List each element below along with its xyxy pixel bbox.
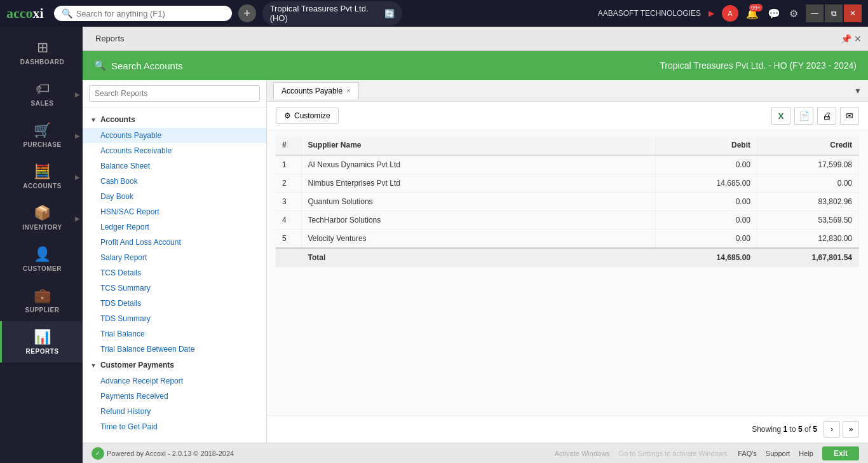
report-search-input[interactable] [89,85,260,102]
report-item-accounts-receivable[interactable]: Accounts Receivable [83,143,266,158]
report-item-profit-loss[interactable]: Profit And Loss Account [83,235,266,250]
refresh-icon[interactable]: 🔄 [384,9,395,18]
cell-num: 3 [276,193,301,211]
reports-icon: 📊 [34,329,51,345]
faq-link[interactable]: FAQ's [738,450,757,457]
sales-icon: 🏷 [36,81,50,97]
report-item-balance-sheet[interactable]: Balance Sheet [83,158,266,174]
table-row: 5 Velocity Ventures 0.00 12,830.00 [276,230,859,249]
report-item-tds-details[interactable]: TDS Details [83,296,266,311]
report-item-payments-received[interactable]: Payments Received [83,389,266,404]
report-item-tcs-details[interactable]: TCS Details [83,265,266,280]
sidebar-label-supplier: SUPPLIER [25,307,59,314]
next-page-button[interactable]: › [824,421,840,438]
page-range-start: 1 [783,425,788,434]
export-excel-button[interactable]: X [771,107,790,125]
sidebar-item-inventory[interactable]: 📦 INVENTORY ▶ [0,197,83,238]
sidebar: ⊞ DASHBOARD 🏷 SALES ▶ 🛒 PURCHASE ▶ 🧮 ACC… [0,27,83,463]
report-item-accounts-payable[interactable]: Accounts Payable [83,128,266,143]
customer-payments-section-header[interactable]: ▼ Customer Payments [83,357,266,373]
tab-label: Accounts Payable [281,86,342,95]
notification-bell[interactable]: 🔔 99+ [746,8,759,20]
report-item-hsn-sac[interactable]: HSN/SAC Report [83,204,266,219]
report-item-salary[interactable]: Salary Report [83,250,266,265]
table-row: 3 Quantum Solutions 0.00 83,802.96 [276,193,859,211]
table-row: 2 Nimbus Enterprises Pvt Ltd 14,685.00 0… [276,174,859,193]
last-page-button[interactable]: » [843,421,859,438]
company-selector[interactable]: Tropical Treasures Pvt Ltd.(HO) 🔄 [262,1,402,25]
email-icon: ✉ [846,111,853,121]
report-item-day-book[interactable]: Day Book [83,189,266,204]
sidebar-item-accounts[interactable]: 🧮 ACCOUNTS ▶ [0,156,83,197]
search-icon: 🔍 [62,8,72,18]
reports-tab-header: Reports 📌 ✕ [83,27,868,51]
sidebar-item-sales[interactable]: 🏷 SALES ▶ [0,73,83,114]
report-search-area[interactable] [83,80,266,107]
window-controls: — ⧉ ✕ [806,4,862,22]
global-search-bar[interactable]: 🔍 [54,6,232,21]
cell-credit: 17,599.08 [757,155,859,174]
support-link[interactable]: Support [766,450,790,457]
tab-dropdown-icon[interactable]: ▼ [854,86,862,95]
cell-debit: 0.00 [656,193,757,211]
footer-powered-by: Powered by Accoxi - 2.0.13 © 2018-2024 [107,450,234,457]
cell-num: 5 [276,230,301,249]
settings-icon[interactable]: ⚙ [789,8,798,20]
report-item-trial-balance[interactable]: Trial Balance [83,326,266,342]
report-item-refund-history[interactable]: Refund History [83,404,266,419]
exit-button[interactable]: Exit [822,446,859,460]
chevron-right-icon: ▶ [75,132,80,139]
export-pdf-button[interactable]: 📄 [794,107,813,125]
report-item-tcs-summary[interactable]: TCS Summary [83,280,266,296]
total-empty [276,248,301,267]
help-link[interactable]: Help [799,450,813,457]
top-right-controls: AABASOFT TECHNOLOGIES ▶ A 🔔 99+ 💬 ⚙ — ⧉ … [598,4,862,22]
chevron-right-icon: ▶ [75,173,80,180]
print-button[interactable]: 🖨 [817,107,836,125]
report-list-panel: ▼ Accounts Accounts Payable Accounts Rec… [83,80,267,443]
sidebar-item-reports[interactable]: 📊 REPORTS [0,321,83,363]
col-header-credit: Credit [757,135,859,155]
company-info-label: Tropical Treasures Pvt Ltd. - HO (FY 202… [660,60,857,71]
activate-windows-sub: Go to Settings to activate Windows. [619,450,729,457]
report-item-time-to-get-paid[interactable]: Time to Get Paid [83,419,266,434]
accounts-section-header[interactable]: ▼ Accounts [83,111,266,128]
sidebar-item-customer[interactable]: 👤 CUSTOMER [0,238,83,280]
cell-credit: 83,802.96 [757,193,859,211]
email-button[interactable]: ✉ [840,107,859,125]
sidebar-item-supplier[interactable]: 💼 SUPPLIER [0,280,83,321]
accounts-payable-table: # Supplier Name Debit Credit 1 AI Nexus … [276,135,859,267]
close-button[interactable]: ✕ [844,4,862,22]
notification-icons: 🔔 99+ 💬 ⚙ [746,8,798,20]
report-item-ledger[interactable]: Ledger Report [83,219,266,235]
customize-button[interactable]: ⚙ Customize [276,107,339,124]
global-search-input[interactable] [76,9,210,18]
tab-close-button[interactable]: ✕ [854,34,862,44]
add-button[interactable]: + [238,4,256,22]
report-item-trial-balance-date[interactable]: Trial Balance Between Date [83,342,266,357]
cell-num: 2 [276,174,301,193]
report-item-tds-summary[interactable]: TDS Summary [83,311,266,326]
report-toolbar: ⚙ Customize X 📄 🖨 [267,102,868,130]
chat-icon[interactable]: 💬 [768,8,780,20]
report-item-advance-receipt[interactable]: Advance Receipt Report [83,373,266,389]
collapse-arrow-icon: ▼ [90,362,97,369]
accoxi-avatar: A [722,5,738,22]
toolbar-right-icons: X 📄 🖨 ✉ [771,107,859,125]
minimize-button[interactable]: — [806,4,824,22]
tab-pin-button[interactable]: 📌 [841,34,851,44]
chevron-right-icon: ▶ [75,214,80,221]
top-bar: accoxi 🔍 + Tropical Treasures Pvt Ltd.(H… [0,0,868,27]
sidebar-item-dashboard[interactable]: ⊞ DASHBOARD [0,32,83,73]
sidebar-item-purchase[interactable]: 🛒 PURCHASE ▶ [0,114,83,156]
active-report-tab[interactable]: Accounts Payable × [273,82,359,99]
top-company-label: AABASOFT TECHNOLOGIES [598,9,701,18]
sidebar-label-reports: REPORTS [26,348,59,355]
page-range-end: 5 [798,425,803,434]
accounts-section-label: Accounts [100,115,135,124]
restore-button[interactable]: ⧉ [825,4,843,22]
report-item-cash-book[interactable]: Cash Book [83,174,266,189]
tab-close-icon[interactable]: × [346,86,351,95]
sidebar-label-accounts: ACCOUNTS [23,183,62,190]
report-tab-row: Accounts Payable × ▼ [267,80,868,102]
